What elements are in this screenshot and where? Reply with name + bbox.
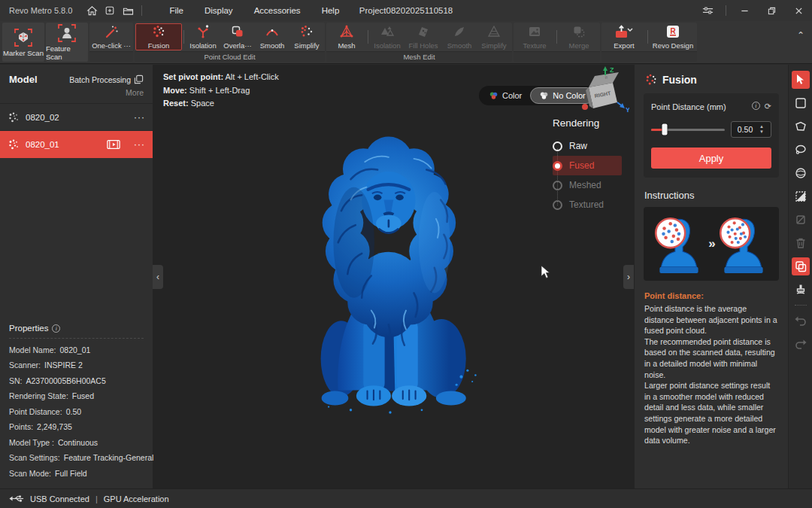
one-click-button[interactable]: One-click ··· [90, 23, 132, 50]
fusion-panel-icon [644, 73, 658, 87]
texture-button[interactable]: Texture [514, 23, 555, 50]
rendering-option-fused-selected[interactable]: Fused [553, 156, 622, 175]
point-distance-slider[interactable] [651, 129, 725, 131]
fill-holes-button[interactable]: Fill Holes [404, 23, 442, 50]
color-option-label: Color [502, 91, 522, 100]
delete-selection-button[interactable] [792, 234, 810, 252]
slider-handle[interactable] [662, 124, 667, 135]
marker-scan-label: Marker Scan [3, 49, 44, 57]
collapse-left-panel-button[interactable]: ‹ [153, 265, 163, 289]
collapse-right-panel-button[interactable]: › [623, 265, 634, 289]
mesh-smooth-label: Smooth [447, 41, 472, 50]
stepper-up-icon[interactable]: ▲ [759, 124, 764, 129]
pc-overlap-button[interactable]: Overla··· [220, 23, 255, 50]
navigation-cube[interactable]: RIGHT R Z Y [572, 66, 629, 123]
properties-title: Properties [9, 324, 48, 333]
point-distance-description: Point distance is the average distance b… [644, 303, 778, 446]
model-list-item-0820-01-selected[interactable]: 0820_01 ··· [0, 131, 153, 158]
radio-icon [553, 200, 562, 210]
property-row: Rendering State:Fused [9, 391, 144, 400]
fusion-button[interactable]: Fusion [135, 23, 182, 50]
gray-dots-icon [539, 91, 549, 100]
model-name: 0820_01 [26, 140, 59, 149]
brush-icon [795, 284, 807, 296]
instructions-title: Instructions [635, 178, 788, 207]
mesh-button[interactable]: Mesh [327, 23, 366, 50]
through-selection-button[interactable] [792, 257, 810, 275]
radio-icon [553, 161, 562, 171]
properties-info-icon[interactable]: i [52, 324, 60, 333]
lasso-select-button[interactable] [792, 141, 810, 159]
export-icon [614, 24, 634, 39]
toolbar-collapse-chevron-icon[interactable]: ⌃ [797, 30, 804, 41]
point-distance-reset-icon[interactable]: ⟳ [765, 102, 771, 111]
pc-simplify-icon [299, 24, 314, 39]
more-button[interactable]: More [0, 87, 153, 103]
menu-display[interactable]: Display [194, 0, 244, 21]
point-distance-info-icon[interactable]: i [752, 102, 760, 110]
open-folder-icon[interactable] [119, 3, 137, 18]
undo-button[interactable] [792, 312, 810, 330]
sphere-select-button[interactable] [792, 164, 810, 182]
rendering-option-textured[interactable]: Textured [553, 195, 622, 214]
svg-text:R: R [670, 27, 676, 35]
property-row: Scanner:INSPIRE 2 [9, 360, 144, 370]
marker-scan-button[interactable]: Marker Scan [2, 23, 44, 62]
brush-tool-button[interactable] [792, 281, 810, 299]
home-icon[interactable] [83, 3, 101, 18]
pc-smooth-button[interactable]: Smooth [255, 23, 289, 50]
project-title: Project08202025110518 [359, 6, 453, 15]
point-distance-heading: Point distance: [644, 291, 778, 300]
model-list-item-0820-02[interactable]: 0820_02 ··· [0, 104, 153, 131]
window-controls [694, 0, 812, 21]
deselect-button[interactable] [792, 211, 810, 229]
point-cloud-edit-group: Fusion Isolation Overla··· [135, 23, 325, 62]
color-option[interactable]: Color [480, 87, 530, 104]
viewport-3d[interactable]: Set pivot point: Alt + Left-Click Move: … [153, 65, 634, 488]
menu-accessories[interactable]: Accessories [244, 0, 311, 21]
rendering-option-meshed[interactable]: Meshed [553, 175, 622, 195]
pc-simplify-button[interactable]: Simplify [289, 23, 324, 50]
stepper-down-icon[interactable]: ▼ [759, 129, 764, 135]
minimize-button[interactable] [731, 0, 758, 21]
mesh-smooth-button[interactable]: Smooth [442, 23, 477, 50]
feature-scan-label: Feature Scan [46, 44, 88, 61]
mesh-isolation-button[interactable]: Isolation [370, 23, 404, 50]
model-menu-dots-icon[interactable]: ··· [134, 112, 145, 123]
feature-scan-button[interactable]: Feature Scan [46, 23, 88, 62]
app-title: Revo Metro 5.8.0 [9, 6, 72, 15]
new-project-icon[interactable] [101, 3, 119, 18]
export-button[interactable]: Export [602, 23, 646, 50]
merge-icon [571, 24, 586, 39]
polygon-select-button[interactable] [792, 117, 810, 135]
restore-button[interactable] [758, 0, 785, 21]
close-button[interactable] [785, 0, 812, 21]
replay-video-icon[interactable] [107, 139, 120, 150]
scanned-model-lion[interactable] [295, 123, 485, 421]
point-distance-value-box: ▲ ▼ [731, 121, 771, 138]
revo-design-button[interactable]: R Revo Design [650, 23, 696, 50]
model-menu-dots-icon[interactable]: ··· [134, 139, 145, 150]
property-row: SN:A23700005B6H00AC5 [9, 376, 144, 385]
instructions-illustration: » [644, 207, 779, 281]
invert-select-button[interactable] [792, 187, 810, 205]
menu-help[interactable]: Help [311, 0, 350, 21]
apply-button[interactable]: Apply [651, 148, 771, 169]
rectangle-select-button[interactable] [792, 94, 810, 112]
rendering-option-raw[interactable]: Raw [553, 136, 622, 156]
menu-file[interactable]: File [159, 0, 194, 21]
redo-button[interactable] [792, 335, 810, 353]
batch-processing-button[interactable]: Batch Processing [69, 75, 144, 84]
property-row: Points:2,249,735 [9, 422, 144, 431]
merge-button[interactable]: Merge [559, 23, 599, 50]
mesh-edit-group: Mesh Isolation Fill Holes [326, 23, 512, 62]
status-bar: USB Connected | GPU Acceleration [0, 488, 812, 508]
export-label: Export [614, 41, 634, 50]
pc-isolation-button[interactable]: Isolation [186, 23, 220, 50]
pc-smooth-icon [265, 24, 280, 39]
settings-sliders-icon[interactable] [694, 0, 721, 21]
axis-y-label: Y [626, 106, 629, 114]
select-cursor-button[interactable] [792, 71, 810, 89]
point-distance-input[interactable] [732, 124, 759, 135]
mesh-simplify-button[interactable]: Simplify [477, 23, 511, 50]
